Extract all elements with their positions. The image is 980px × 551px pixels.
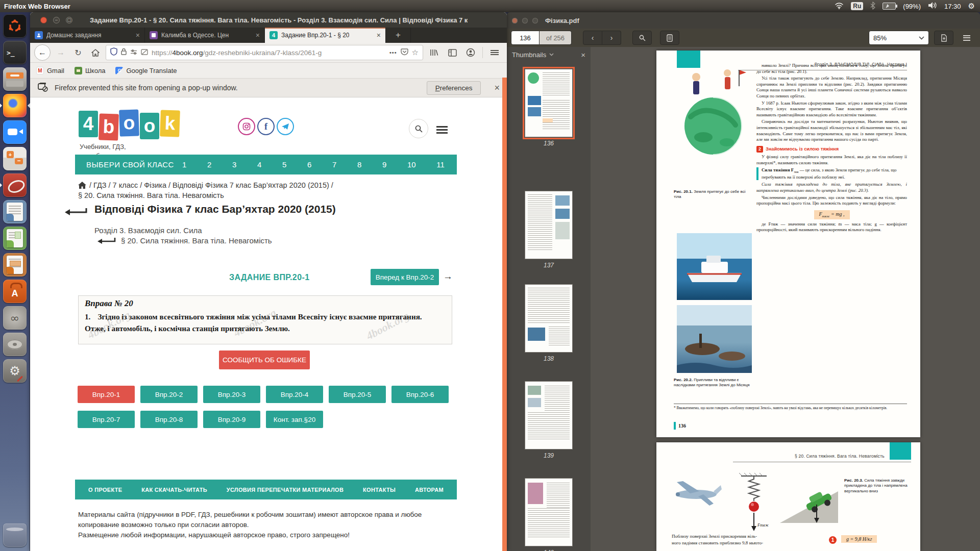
class-link[interactable]: 6 bbox=[307, 160, 311, 169]
next-task-button[interactable]: Вперед к Впр.20-2 bbox=[371, 269, 439, 285]
files-icon[interactable] bbox=[3, 67, 27, 91]
library-icon[interactable] bbox=[426, 45, 442, 60]
task-button[interactable]: Впр.20-5 bbox=[329, 386, 386, 403]
thumbnail-page-139[interactable]: 139 bbox=[525, 382, 572, 459]
firefox-titlebar[interactable]: – ▢ Задание Впр.20-1 - § 20. Сила тяжінн… bbox=[30, 12, 507, 28]
ubuntu-dash-icon[interactable] bbox=[3, 14, 27, 38]
keyboard-layout-indicator[interactable]: Ru bbox=[851, 2, 863, 10]
next-arrow-icon[interactable]: → bbox=[443, 271, 453, 282]
window-close-button[interactable] bbox=[40, 17, 47, 23]
task-button[interactable]: Впр.20-6 bbox=[391, 386, 449, 403]
pocket-icon[interactable] bbox=[401, 48, 408, 58]
forward-button[interactable]: → bbox=[54, 45, 68, 60]
class-link[interactable]: 9 bbox=[382, 160, 386, 169]
tab3-close-icon[interactable]: × bbox=[374, 31, 381, 39]
toolbox-icon[interactable]: A bbox=[3, 280, 27, 303]
breadcrumb[interactable]: / ГДЗ / 7 класс / Фізика / Відповіді Фіз… bbox=[78, 181, 333, 189]
pdf-menu-icon[interactable] bbox=[958, 31, 976, 44]
system-settings-icon[interactable]: ⚙ bbox=[3, 359, 27, 383]
window-maximize-button[interactable]: ▢ bbox=[66, 17, 72, 23]
page-number-input[interactable]: 136 bbox=[511, 31, 540, 45]
thumbnail-page-137[interactable]: 137 bbox=[525, 191, 572, 269]
thumbnail-page-140[interactable]: 140 bbox=[525, 479, 572, 551]
tab2-close-icon[interactable]: × bbox=[253, 31, 260, 39]
next-page-button[interactable]: › bbox=[602, 31, 621, 45]
sidebar-close-icon[interactable]: × bbox=[581, 51, 585, 59]
annotations-button[interactable] bbox=[660, 31, 679, 45]
wifi-icon[interactable] bbox=[835, 2, 844, 11]
url-text[interactable]: https://4book.org/gdz-reshebniki-ukraina… bbox=[152, 49, 386, 57]
tab-zadanie-active[interactable]: 4 Задание Впр.20-1 - § 20 × bbox=[265, 28, 386, 43]
bluetooth-icon[interactable] bbox=[870, 2, 875, 11]
tab-homework[interactable]: Домашнє завдання × bbox=[30, 28, 145, 43]
chevron-down-icon[interactable] bbox=[549, 53, 554, 56]
task-button[interactable]: Впр.20-9 bbox=[203, 411, 260, 428]
libreoffice-calc-icon[interactable] bbox=[3, 227, 27, 250]
task-button-active[interactable]: Впр.20-1 bbox=[78, 386, 135, 403]
home-icon[interactable] bbox=[78, 182, 86, 189]
popup-blocked-icon[interactable] bbox=[141, 48, 148, 57]
pdf-titlebar[interactable]: Фізика.pdf bbox=[507, 12, 980, 29]
bookmark-translate[interactable]: GGoogle Translate bbox=[115, 67, 177, 74]
class-link[interactable]: 5 bbox=[282, 160, 286, 169]
trash-icon[interactable] bbox=[3, 523, 27, 547]
class-link[interactable]: 10 bbox=[407, 160, 416, 169]
footer-link[interactable]: УСЛОВИЯ ПЕРЕПЕЧАТКИ МАТЕРИАЛОВ bbox=[227, 487, 344, 493]
pdf-maximize-button[interactable] bbox=[532, 18, 538, 23]
task-button[interactable]: Впр.20-2 bbox=[140, 386, 198, 403]
breadcrumb-line1[interactable]: / ГДЗ / 7 класс / Фізика / Відповіді Фіз… bbox=[89, 181, 333, 189]
pdf-search-button[interactable] bbox=[632, 31, 652, 45]
return-arrow-icon[interactable] bbox=[96, 237, 116, 244]
class-link[interactable]: 11 bbox=[436, 160, 445, 169]
instagram-icon[interactable] bbox=[238, 118, 255, 135]
footer-link[interactable]: О ПРОЕКТЕ bbox=[88, 487, 122, 493]
battery-icon[interactable] bbox=[883, 3, 896, 10]
class-link[interactable]: 4 bbox=[257, 160, 261, 169]
back-button[interactable]: ← bbox=[34, 44, 51, 61]
pdf-canvas[interactable]: Розділ 3. ВЗАЄМОДІЯ ТІЛ. СИЛА. Частина I… bbox=[591, 47, 980, 551]
new-tab-button[interactable]: + bbox=[386, 28, 411, 43]
session-gear-icon[interactable]: ⚙ bbox=[968, 2, 975, 11]
terminal-icon[interactable]: >_ bbox=[3, 41, 27, 64]
emblem-icon[interactable]: ∞ bbox=[3, 306, 27, 330]
bookmark-star-icon[interactable]: ☆ bbox=[412, 48, 419, 57]
previous-page-button[interactable]: ‹ bbox=[583, 31, 602, 45]
task-button[interactable]: Впр.20-4 bbox=[266, 386, 323, 403]
class-link[interactable]: 2 bbox=[207, 160, 211, 169]
permissions-icon[interactable] bbox=[130, 48, 137, 57]
footer-link[interactable]: АВТОРАМ bbox=[415, 487, 444, 493]
disks-icon[interactable] bbox=[3, 333, 27, 356]
tracking-shield-icon[interactable] bbox=[110, 47, 117, 58]
bookmark-school[interactable]: Школа bbox=[75, 67, 106, 74]
zoom-icon[interactable] bbox=[3, 120, 27, 144]
thumbnail-page-138[interactable]: 138 bbox=[525, 285, 572, 362]
thumbnail-page-136[interactable]: 136 bbox=[525, 69, 572, 147]
class-link[interactable]: 7 bbox=[332, 160, 336, 169]
site-menu-icon[interactable] bbox=[436, 124, 448, 135]
site-search-button[interactable] bbox=[409, 119, 428, 138]
class-link[interactable]: 3 bbox=[232, 160, 236, 169]
sidebar-type-select[interactable]: Thumbnails bbox=[512, 51, 546, 59]
task-button[interactable]: Конт. зап.§20 bbox=[266, 411, 323, 428]
report-error-button[interactable]: СООБЩИТЬ ОБ ОШИБКЕ bbox=[219, 350, 310, 369]
clock[interactable]: 17:30 bbox=[944, 3, 961, 10]
calculator-icon[interactable]: +− bbox=[3, 147, 27, 170]
menu-hamburger-icon[interactable] bbox=[487, 45, 502, 60]
firefox-icon[interactable] bbox=[3, 94, 27, 117]
libreoffice-impress-icon[interactable] bbox=[3, 253, 27, 277]
task-button[interactable]: Впр.20-8 bbox=[140, 411, 198, 428]
reload-button[interactable]: ↻ bbox=[71, 45, 85, 60]
window-minimize-button[interactable]: – bbox=[53, 17, 60, 23]
sidebar-toggle-icon[interactable] bbox=[445, 45, 460, 60]
task-button[interactable]: Впр.20-3 bbox=[203, 386, 260, 403]
save-download-button[interactable] bbox=[934, 31, 953, 45]
return-arrow-icon[interactable] bbox=[64, 208, 87, 216]
volume-icon[interactable] bbox=[928, 2, 937, 11]
page-actions-icon[interactable]: ••• bbox=[389, 49, 397, 56]
account-icon[interactable] bbox=[463, 45, 478, 60]
class-link[interactable]: 8 bbox=[357, 160, 361, 169]
preferences-button[interactable]: Preferences bbox=[427, 81, 481, 95]
document-viewer-icon[interactable] bbox=[3, 173, 27, 197]
tab1-close-icon[interactable]: × bbox=[133, 31, 140, 39]
page-scrollbar[interactable] bbox=[502, 78, 507, 551]
